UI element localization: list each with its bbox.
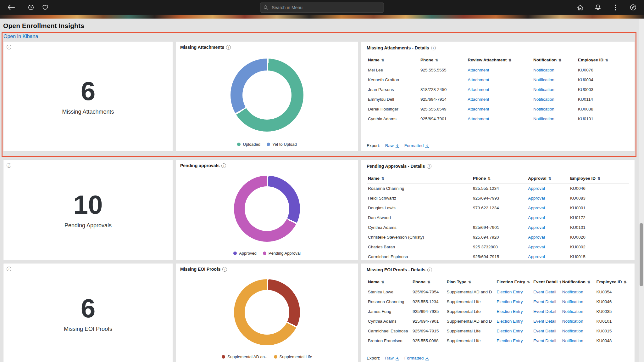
open-in-kibana-link[interactable]: Open in Kibana xyxy=(3,34,38,39)
info-icon[interactable]: i xyxy=(222,267,227,272)
export-raw-link[interactable]: Raw xyxy=(385,143,399,148)
column-header[interactable]: Phone ⇅ xyxy=(419,55,466,65)
cell-link[interactable]: Notification xyxy=(533,87,554,92)
sort-icon: ⇅ xyxy=(527,280,530,284)
export-raw-link[interactable]: Raw xyxy=(385,356,399,360)
legend-item[interactable]: Supplemental Life xyxy=(274,354,312,359)
cell-link[interactable]: Event Detail xyxy=(533,338,556,343)
cell-link[interactable]: Approval xyxy=(528,215,545,220)
scrollbar-thumb[interactable] xyxy=(640,223,643,286)
info-icon[interactable]: i xyxy=(7,267,11,271)
export-formatted-link[interactable]: Formatted xyxy=(404,143,430,148)
cell-link[interactable]: Election Entry xyxy=(497,309,523,314)
cell-link[interactable]: Election Entry xyxy=(497,290,523,294)
cell-link[interactable]: Event Detail xyxy=(533,309,556,314)
cell-link[interactable]: Approval xyxy=(528,225,545,230)
column-header[interactable]: Event Detail ⇅ xyxy=(532,277,561,287)
info-icon[interactable]: i xyxy=(221,163,226,168)
column-header[interactable]: Employee ID ⇅ xyxy=(595,277,629,287)
notifications-icon[interactable] xyxy=(593,3,602,12)
cell-link[interactable]: Election Entry xyxy=(497,319,523,324)
table-cell: 925/694-7914 xyxy=(419,94,466,104)
cell-link[interactable]: Attachment xyxy=(468,68,489,72)
table-row: Emmylou Dell925/694-7914AttachmentNotifi… xyxy=(367,94,629,104)
cell-link[interactable]: Notification xyxy=(562,329,583,333)
cell-link[interactable]: Approval xyxy=(528,254,545,259)
donut-chart[interactable] xyxy=(230,59,303,132)
cell-link[interactable]: Event Detail xyxy=(533,319,556,324)
column-header[interactable]: Election Entry ⇅ xyxy=(495,277,532,287)
actions-icon[interactable] xyxy=(611,3,620,12)
cell-link[interactable]: Event Detail xyxy=(533,290,556,294)
cell-link[interactable]: Notification xyxy=(562,290,583,294)
cell-link[interactable]: Approval xyxy=(528,196,545,201)
vertical-scrollbar[interactable] xyxy=(639,19,644,362)
info-icon[interactable]: i xyxy=(431,46,436,50)
legend-item[interactable]: Uploaded xyxy=(237,142,260,147)
navbar-compass-icon[interactable] xyxy=(628,3,638,12)
table-cell: Notification xyxy=(532,65,577,75)
table-cell: Attachment xyxy=(466,94,532,104)
table-cell: KU0001 xyxy=(569,203,629,213)
info-icon[interactable]: i xyxy=(226,45,231,50)
cell-link[interactable]: Election Entry xyxy=(497,338,523,343)
column-header[interactable]: Name ⇅ xyxy=(367,277,411,287)
donut-chart[interactable] xyxy=(234,176,300,242)
cell-link[interactable]: Election Entry xyxy=(497,299,523,304)
column-header[interactable]: Name ⇅ xyxy=(367,55,419,65)
column-header[interactable]: Name ⇅ xyxy=(367,173,472,184)
cell-link[interactable]: Notification xyxy=(533,77,554,82)
cell-link[interactable]: Notification xyxy=(533,116,554,121)
cell-link[interactable]: Notification xyxy=(533,68,554,72)
cell-link[interactable]: Notification xyxy=(562,338,583,343)
info-icon[interactable]: i xyxy=(427,268,432,272)
search-box[interactable] xyxy=(260,3,384,12)
cell-link[interactable]: Attachment xyxy=(468,77,489,82)
cell-link[interactable]: Attachment xyxy=(468,116,489,121)
cell-link[interactable]: Attachment xyxy=(468,97,489,102)
info-icon[interactable]: i xyxy=(427,164,431,169)
cell-link[interactable]: Approval xyxy=(528,245,545,249)
favorites-icon[interactable] xyxy=(41,3,50,12)
donut-chart[interactable] xyxy=(234,279,300,345)
cell-link[interactable]: Notification xyxy=(562,319,583,324)
column-header[interactable]: Review Attachment ⇅ xyxy=(466,55,532,65)
column-header[interactable]: Plan Type ⇅ xyxy=(445,277,495,287)
column-header[interactable]: Phone ⇅ xyxy=(472,173,527,184)
missing-attachments-metric-panel: i 6 Missing Attachments xyxy=(3,41,173,151)
info-icon[interactable]: i xyxy=(7,163,11,168)
info-icon[interactable]: i xyxy=(7,45,11,49)
cell-link[interactable]: Approval xyxy=(528,206,545,210)
table-cell: Event Detail xyxy=(532,316,561,326)
legend-item[interactable]: Pending Approval xyxy=(263,251,301,256)
home-icon[interactable] xyxy=(575,3,585,12)
cell-link[interactable]: Event Detail xyxy=(533,299,556,304)
sort-icon: ⇅ xyxy=(468,280,471,284)
cell-link[interactable]: Attachment xyxy=(468,107,489,111)
cell-link[interactable]: Event Detail xyxy=(533,329,556,333)
table-cell: Cynthia Adams xyxy=(367,114,419,124)
export-formatted-link[interactable]: Formatted xyxy=(404,356,430,360)
cell-link[interactable]: Election Entry xyxy=(497,329,523,333)
cell-link[interactable]: Notification xyxy=(533,107,554,111)
legend-item[interactable]: Supplemental AD an·· xyxy=(222,354,267,359)
cell-link[interactable]: Approval xyxy=(528,186,545,191)
column-header[interactable]: Notification ⇅ xyxy=(561,277,595,287)
column-header[interactable]: Notification ⇅ xyxy=(532,55,577,65)
search-input[interactable] xyxy=(271,5,380,10)
cell-link[interactable]: Notification xyxy=(562,299,583,304)
column-header[interactable]: Phone ⇅ xyxy=(411,277,446,287)
cell-link[interactable]: Notification xyxy=(562,309,583,314)
cell-link[interactable]: Attachment xyxy=(468,87,489,92)
back-icon[interactable] xyxy=(6,3,16,12)
legend-item[interactable]: Approved xyxy=(233,251,257,256)
legend-item[interactable]: Yet to Upload xyxy=(267,142,297,147)
cell-link[interactable]: Notification xyxy=(533,97,554,102)
column-header[interactable]: Employee ID ⇅ xyxy=(577,55,629,65)
table-cell: 925/694-7915 xyxy=(472,252,527,260)
table-cell: KU0015 xyxy=(595,326,629,336)
column-header[interactable]: Approval ⇅ xyxy=(527,173,569,184)
cell-link[interactable]: Approval xyxy=(528,235,545,240)
recents-icon[interactable] xyxy=(26,3,36,12)
column-header[interactable]: Employee ID ⇅ xyxy=(569,173,629,184)
